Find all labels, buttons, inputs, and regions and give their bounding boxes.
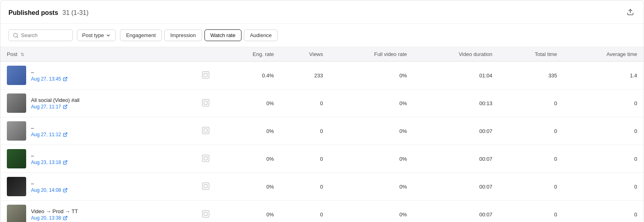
panel-header: Published posts 31 (1-31) bbox=[0, 0, 644, 24]
post-info: – Aug 23, 13:18 bbox=[31, 153, 68, 165]
eng-rate-cell-4: 0% bbox=[218, 173, 281, 201]
video-icon-cell-0 bbox=[194, 62, 218, 89]
video-frame-icon bbox=[202, 182, 210, 190]
views-cell-3: 0 bbox=[281, 145, 330, 173]
average-time-cell-1: 0 bbox=[564, 89, 644, 117]
full-video-rate-cell-1: 0% bbox=[330, 89, 414, 117]
post-cell-inner: – Aug 23, 13:18 bbox=[7, 149, 187, 168]
average-time-cell-2: 0 bbox=[564, 117, 644, 145]
filter-button-engagement[interactable]: Engagement bbox=[120, 29, 162, 41]
post-info: All social (Video) #all Aug 27, 11:17 bbox=[31, 97, 79, 110]
video-frame-icon bbox=[202, 210, 210, 218]
post-type-button[interactable]: Post type bbox=[77, 29, 116, 41]
col-header-full-video-rate: Full video rate bbox=[330, 47, 414, 62]
svg-rect-8 bbox=[204, 101, 207, 104]
svg-line-2 bbox=[17, 36, 18, 37]
post-title: All social (Video) #all bbox=[31, 97, 79, 103]
post-title: – bbox=[31, 69, 68, 75]
views-cell-1: 0 bbox=[281, 89, 330, 117]
post-date[interactable]: Aug 20, 14:08 bbox=[31, 187, 68, 193]
total-time-cell-0: 335 bbox=[499, 62, 564, 89]
post-date[interactable]: Aug 27, 13:45 bbox=[31, 76, 68, 82]
filter-button-watch-rate[interactable]: Watch rate bbox=[204, 29, 242, 41]
video-duration-cell-1: 00:13 bbox=[413, 89, 499, 117]
full-video-rate-cell-3: 0% bbox=[330, 145, 414, 173]
svg-line-9 bbox=[65, 133, 67, 135]
video-icon-cell-4 bbox=[194, 173, 218, 201]
table-row: – Aug 27, 11:12 0%00%00:0700 bbox=[0, 117, 644, 145]
post-cell-1: All social (Video) #all Aug 27, 11:17 bbox=[0, 89, 194, 117]
post-cell-inner: – Aug 20, 14:08 bbox=[7, 177, 187, 196]
post-cell-inner: – Aug 27, 13:45 bbox=[7, 66, 187, 85]
total-time-cell-4: 0 bbox=[499, 173, 564, 201]
video-duration-cell-3: 00:07 bbox=[413, 145, 499, 173]
table-row: All social (Video) #all Aug 27, 11:17 0%… bbox=[0, 89, 644, 117]
post-cell-inner: – Aug 27, 11:12 bbox=[7, 121, 187, 141]
post-title: – bbox=[31, 153, 68, 159]
svg-rect-10 bbox=[202, 127, 209, 134]
table-row: – Aug 27, 13:45 0.4%2330%01:043351.4 bbox=[0, 62, 644, 89]
post-date[interactable]: Aug 20, 13:38 bbox=[31, 215, 78, 221]
data-table-wrapper: Post ⇅ Eng. rate Views Full video rate V… bbox=[0, 47, 644, 222]
views-cell-4: 0 bbox=[281, 173, 330, 201]
col-header-average-time: Average time bbox=[564, 47, 644, 62]
video-duration-cell-0: 01:04 bbox=[413, 62, 499, 89]
svg-rect-13 bbox=[202, 155, 209, 162]
col-header-views: Views bbox=[281, 47, 330, 62]
panel-count: 31 (1-31) bbox=[62, 9, 89, 16]
average-time-cell-4: 0 bbox=[564, 173, 644, 201]
table-body: – Aug 27, 13:45 0.4%2330%01:043351.4 bbox=[0, 62, 644, 222]
svg-rect-7 bbox=[202, 99, 209, 106]
chevron-down-icon bbox=[106, 33, 111, 38]
post-info: – Aug 27, 11:12 bbox=[31, 125, 68, 137]
filter-button-impression[interactable]: Impression bbox=[164, 29, 202, 41]
panel-title: Published posts 31 (1-31) bbox=[8, 9, 89, 17]
data-table: Post ⇅ Eng. rate Views Full video rate V… bbox=[0, 47, 644, 222]
total-time-cell-1: 0 bbox=[499, 89, 564, 117]
svg-rect-14 bbox=[204, 156, 207, 160]
views-cell-2: 0 bbox=[281, 117, 330, 145]
post-thumbnail bbox=[7, 149, 26, 168]
external-link-icon bbox=[63, 216, 68, 220]
video-icon-cell-1 bbox=[194, 89, 218, 117]
table-row: Video → Prod → TT Aug 20, 13:38 0%00%00:… bbox=[0, 201, 644, 222]
filter-button-audience[interactable]: Audience bbox=[244, 29, 278, 41]
post-cell-5: Video → Prod → TT Aug 20, 13:38 bbox=[0, 201, 194, 222]
external-link-icon bbox=[63, 104, 68, 109]
sort-icon: ⇅ bbox=[21, 52, 24, 57]
average-time-cell-3: 0 bbox=[564, 145, 644, 173]
search-icon bbox=[13, 33, 19, 38]
total-time-cell-2: 0 bbox=[499, 117, 564, 145]
col-header-video-duration: Video duration bbox=[413, 47, 499, 62]
video-duration-cell-5: 00:07 bbox=[413, 201, 499, 222]
post-title: – bbox=[31, 125, 68, 131]
search-input[interactable] bbox=[21, 32, 68, 38]
eng-rate-cell-0: 0.4% bbox=[218, 62, 281, 89]
full-video-rate-cell-4: 0% bbox=[330, 173, 414, 201]
video-icon-cell-2 bbox=[194, 117, 218, 145]
export-icon bbox=[627, 8, 634, 16]
table-row: – Aug 23, 13:18 0%00%00:0700 bbox=[0, 145, 644, 173]
external-link-icon bbox=[63, 160, 68, 165]
external-link-icon bbox=[63, 132, 68, 137]
export-button[interactable] bbox=[625, 7, 636, 19]
svg-rect-19 bbox=[202, 210, 209, 217]
external-link-icon bbox=[63, 188, 68, 193]
svg-rect-4 bbox=[202, 71, 209, 78]
video-icon-cell-5 bbox=[194, 201, 218, 222]
post-info: – Aug 20, 14:08 bbox=[31, 181, 68, 193]
post-date[interactable]: Aug 27, 11:12 bbox=[31, 132, 68, 137]
svg-line-12 bbox=[65, 160, 67, 163]
views-cell-0: 233 bbox=[281, 62, 330, 89]
post-date[interactable]: Aug 27, 11:17 bbox=[31, 104, 79, 110]
col-header-total-time: Total time bbox=[499, 47, 564, 62]
video-frame-icon bbox=[202, 99, 210, 107]
eng-rate-cell-3: 0% bbox=[218, 145, 281, 173]
post-info: Video → Prod → TT Aug 20, 13:38 bbox=[31, 208, 78, 221]
col-header-eng-rate: Eng. rate bbox=[218, 47, 281, 62]
post-date[interactable]: Aug 23, 13:18 bbox=[31, 160, 68, 165]
post-title: – bbox=[31, 181, 68, 187]
post-cell-3: – Aug 23, 13:18 bbox=[0, 145, 194, 173]
col-header-icon bbox=[194, 47, 218, 62]
eng-rate-cell-1: 0% bbox=[218, 89, 281, 117]
